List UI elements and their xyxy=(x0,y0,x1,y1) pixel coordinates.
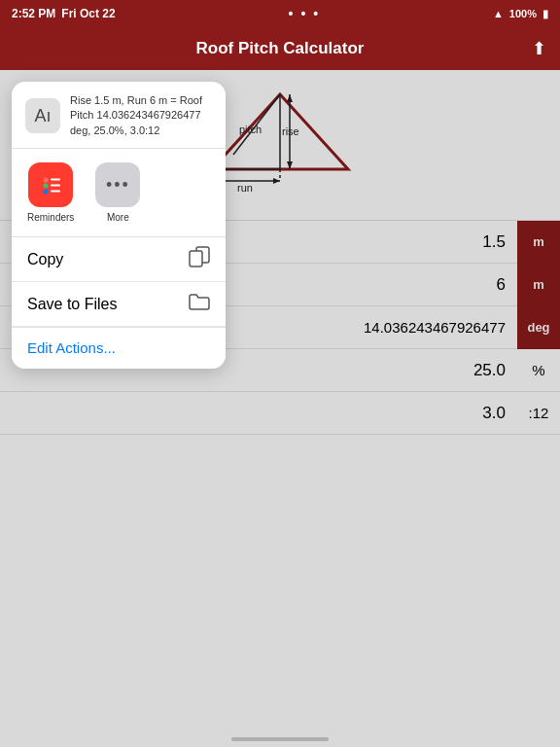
status-dots: • • • xyxy=(289,6,320,21)
reminders-app-icon xyxy=(28,162,73,207)
share-sheet: Aı Rise 1.5 m, Run 6 m = Roof Pitch 14.0… xyxy=(12,82,226,369)
svg-rect-21 xyxy=(190,251,202,267)
status-left: 2:52 PM Fri Oct 22 xyxy=(12,7,116,20)
battery-percent: 100% xyxy=(509,8,537,19)
status-bar: 2:52 PM Fri Oct 22 • • • ▲ 100% ▮ xyxy=(0,0,560,27)
edit-actions-section: Edit Actions... xyxy=(12,327,226,369)
status-time: 2:52 PM xyxy=(12,7,55,20)
more-dots: ••• xyxy=(106,175,130,196)
reminders-label: Reminders xyxy=(27,212,74,223)
copy-label: Copy xyxy=(27,251,63,268)
copy-icon xyxy=(189,246,210,272)
status-right: ▲ 100% ▮ xyxy=(493,8,548,20)
share-preview-text: Rise 1.5 m, Run 6 m = Roof Pitch 14.0362… xyxy=(70,93,212,138)
svg-rect-19 xyxy=(51,191,60,193)
save-to-files-action-row[interactable]: Save to Files xyxy=(12,282,226,327)
share-icon[interactable]: ⬆ xyxy=(532,38,546,59)
preview-icon-symbol: Aı xyxy=(34,106,51,126)
preview-app-icon: Aı xyxy=(25,98,60,133)
main-content: rise run pitch 1.5 m 6 m 14.036243467926… xyxy=(0,70,560,747)
app-header: Roof Pitch Calculator ⬆ xyxy=(0,27,560,70)
share-preview: Aı Rise 1.5 m, Run 6 m = Roof Pitch 14.0… xyxy=(12,82,226,149)
svg-rect-17 xyxy=(51,185,60,187)
reminders-icon-svg xyxy=(37,171,64,198)
wifi-icon: ▲ xyxy=(493,8,504,19)
share-app-more[interactable]: ••• More xyxy=(95,162,140,223)
status-day: Fri Oct 22 xyxy=(61,7,115,20)
header-title: Roof Pitch Calculator xyxy=(196,39,365,58)
battery-icon: ▮ xyxy=(542,8,548,20)
more-label: More xyxy=(107,212,129,223)
svg-point-14 xyxy=(44,178,49,183)
svg-rect-15 xyxy=(51,179,60,181)
share-apps-row: Reminders ••• More xyxy=(12,149,226,237)
edit-actions-button[interactable]: Edit Actions... xyxy=(27,339,116,356)
svg-point-18 xyxy=(44,190,49,195)
save-to-files-label: Save to Files xyxy=(27,296,117,313)
share-app-reminders[interactable]: Reminders xyxy=(27,162,74,223)
more-app-icon: ••• xyxy=(95,162,140,207)
copy-action-row[interactable]: Copy xyxy=(12,237,226,282)
svg-point-16 xyxy=(44,184,49,189)
save-to-files-icon xyxy=(189,293,210,315)
